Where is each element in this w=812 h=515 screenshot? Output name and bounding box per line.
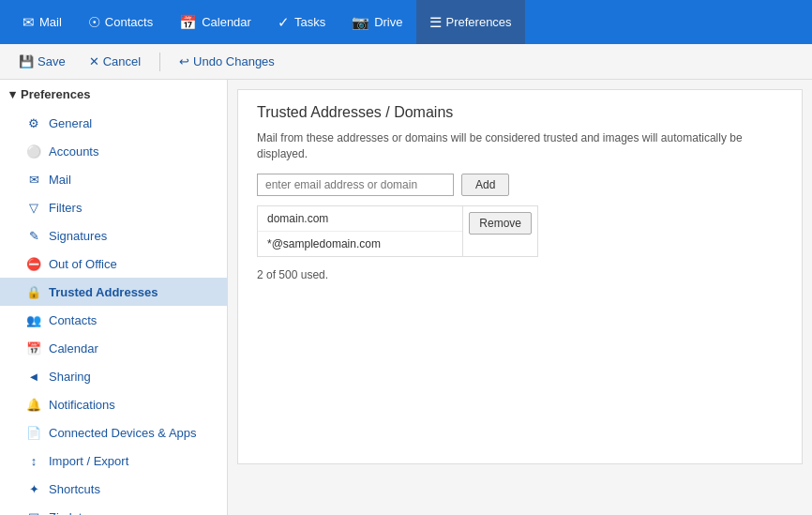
trusted-list-inner: domain.com *@sampledomain.com Remove	[258, 206, 537, 256]
content-description: Mail from these addresses or domains wil…	[257, 130, 783, 162]
sidebar-item-general-label: General	[49, 116, 92, 130]
address-input[interactable]	[257, 174, 454, 196]
sidebar-item-sharing[interactable]: ◄ Sharing	[0, 362, 227, 390]
save-button[interactable]: 💾 Save	[9, 51, 75, 72]
nav-tasks[interactable]: ✓ Tasks	[264, 0, 338, 44]
remove-button[interactable]: Remove	[469, 212, 532, 235]
mail-sidebar-icon: ✉	[26, 172, 41, 187]
sidebar-item-notifications[interactable]: 🔔 Notifications	[0, 390, 227, 418]
remove-button-label: Remove	[479, 217, 521, 230]
zimlets-icon: ▣	[26, 509, 41, 515]
undo-label: Undo Changes	[193, 54, 275, 68]
shortcuts-icon: ✦	[26, 481, 41, 496]
cancel-icon: ✕	[89, 54, 99, 68]
nav-contacts-label: Contacts	[105, 15, 153, 29]
nav-calendar[interactable]: 📅 Calendar	[166, 0, 264, 44]
signatures-icon: ✎	[26, 228, 41, 243]
sidebar-item-shortcuts[interactable]: ✦ Shortcuts	[0, 475, 227, 503]
sidebar-header[interactable]: ▾ Preferences	[0, 80, 227, 109]
undo-button[interactable]: ↩ Undo Changes	[170, 51, 284, 72]
accounts-icon: ⚪	[26, 144, 41, 159]
trusted-entries: domain.com *@sampledomain.com	[258, 206, 463, 256]
sidebar-item-calendar-label: Calendar	[49, 341, 98, 356]
contacts-sidebar-icon: 👥	[26, 312, 41, 327]
list-item[interactable]: *@sampledomain.com	[258, 232, 462, 256]
sidebar-item-filters-label: Filters	[49, 201, 82, 215]
undo-icon: ↩	[179, 54, 189, 68]
sidebar-item-zimlets-label: Zimlets	[49, 510, 88, 516]
notifications-icon: 🔔	[26, 397, 41, 412]
sidebar-item-shortcuts-label: Shortcuts	[49, 482, 100, 496]
sidebar: ▾ Preferences ⚙ General ⚪ Accounts ✉ Mai…	[0, 80, 228, 515]
sidebar-item-trusted-addresses-label: Trusted Addresses	[49, 285, 158, 299]
toolbar-divider	[159, 53, 160, 71]
sidebar-item-mail-label: Mail	[49, 173, 71, 187]
page-title: Trusted Addresses / Domains	[257, 104, 783, 121]
mail-icon: ✉	[23, 14, 35, 31]
import-export-icon: ↕	[26, 453, 41, 468]
add-button-label: Add	[475, 178, 495, 191]
sidebar-item-notifications-label: Notifications	[49, 398, 115, 412]
sidebar-item-zimlets[interactable]: ▣ Zimlets	[0, 503, 227, 515]
sidebar-item-import-export[interactable]: ↕ Import / Export	[0, 447, 227, 475]
tasks-icon: ✓	[278, 14, 290, 31]
sidebar-item-trusted-addresses[interactable]: 🔒 Trusted Addresses	[0, 278, 227, 306]
nav-calendar-label: Calendar	[202, 15, 251, 29]
sidebar-item-out-of-office[interactable]: ⛔ Out of Office	[0, 250, 227, 278]
content-panel: Trusted Addresses / Domains Mail from th…	[237, 89, 803, 464]
sidebar-item-signatures-label: Signatures	[49, 229, 107, 243]
preferences-icon: ☰	[429, 14, 442, 31]
sidebar-item-connected-devices[interactable]: 📄 Connected Devices & Apps	[0, 418, 227, 447]
nav-mail-label: Mail	[39, 15, 62, 29]
general-icon: ⚙	[26, 115, 41, 130]
add-button[interactable]: Add	[461, 174, 509, 196]
sidebar-item-accounts-label: Accounts	[49, 144, 98, 159]
contacts-icon: ☉	[88, 14, 100, 31]
sidebar-item-connected-devices-label: Connected Devices & Apps	[49, 426, 197, 440]
calendar-sidebar-icon: 📅	[26, 341, 41, 356]
trusted-addresses-icon: 🔒	[26, 284, 41, 299]
nav-preferences-label: Preferences	[446, 15, 512, 29]
sidebar-item-calendar[interactable]: 📅 Calendar	[0, 334, 227, 362]
sidebar-item-import-export-label: Import / Export	[49, 454, 128, 468]
sidebar-item-signatures[interactable]: ✎ Signatures	[0, 221, 227, 250]
connected-devices-icon: 📄	[26, 425, 41, 440]
toolbar: 💾 Save ✕ Cancel ↩ Undo Changes	[0, 44, 812, 80]
nav-drive-label: Drive	[374, 15, 402, 29]
chevron-down-icon: ▾	[9, 87, 16, 101]
out-of-office-icon: ⛔	[26, 256, 41, 271]
sidebar-item-sharing-label: Sharing	[49, 370, 91, 384]
usage-text: 2 of 500 used.	[257, 268, 783, 281]
trusted-entry-value: domain.com	[267, 212, 328, 225]
sidebar-item-filters[interactable]: ▽ Filters	[0, 193, 227, 221]
filters-icon: ▽	[26, 200, 41, 215]
sharing-icon: ◄	[26, 369, 41, 384]
sidebar-item-contacts-label: Contacts	[49, 313, 97, 327]
sidebar-item-out-of-office-label: Out of Office	[49, 257, 117, 271]
calendar-icon: 📅	[179, 14, 197, 31]
save-label: Save	[38, 54, 66, 68]
trusted-entry-value: *@sampledomain.com	[267, 237, 381, 250]
sidebar-item-general[interactable]: ⚙ General	[0, 109, 227, 137]
sidebar-item-mail[interactable]: ✉ Mail	[0, 165, 227, 193]
content-area: Trusted Addresses / Domains Mail from th…	[228, 80, 812, 515]
list-item[interactable]: domain.com	[258, 206, 462, 232]
nav-mail[interactable]: ✉ Mail	[9, 0, 75, 44]
sidebar-item-contacts[interactable]: 👥 Contacts	[0, 306, 227, 334]
trusted-address-list: domain.com *@sampledomain.com Remove	[257, 205, 538, 257]
nav-contacts[interactable]: ☉ Contacts	[75, 0, 166, 44]
drive-icon: 📷	[352, 14, 369, 31]
nav-tasks-label: Tasks	[294, 15, 325, 29]
add-address-row: Add	[257, 174, 783, 196]
sidebar-item-accounts[interactable]: ⚪ Accounts	[0, 137, 227, 165]
nav-preferences[interactable]: ☰ Preferences	[416, 0, 525, 44]
sidebar-header-label: Preferences	[21, 87, 90, 101]
cancel-label: Cancel	[103, 54, 141, 68]
save-icon: 💾	[19, 54, 34, 68]
nav-drive[interactable]: 📷 Drive	[338, 0, 415, 44]
cancel-button[interactable]: ✕ Cancel	[80, 51, 150, 72]
main-layout: ▾ Preferences ⚙ General ⚪ Accounts ✉ Mai…	[0, 80, 812, 515]
top-nav: ✉ Mail ☉ Contacts 📅 Calendar ✓ Tasks 📷 D…	[0, 0, 812, 44]
